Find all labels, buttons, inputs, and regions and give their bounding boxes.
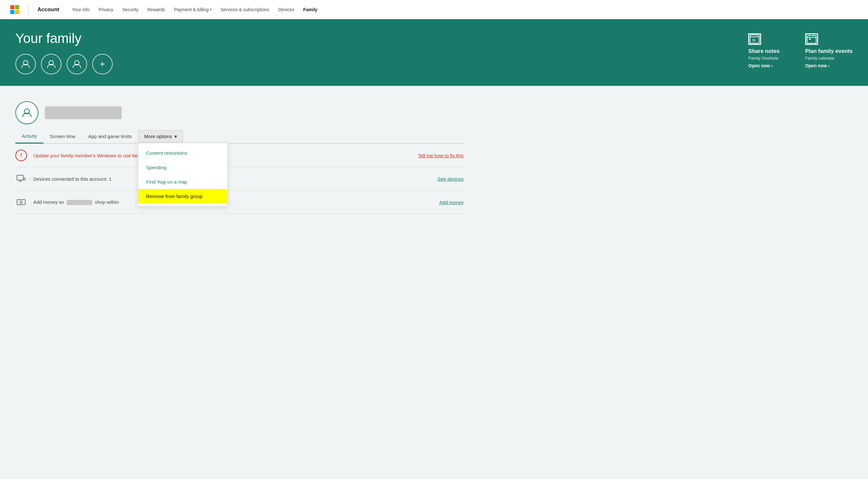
svg-rect-3	[15, 10, 19, 14]
more-options-dropdown: Content restrictions Spending Find Yogi …	[138, 143, 228, 206]
add-money-name-placeholder	[67, 200, 92, 205]
microsoft-logo-area: Account	[10, 5, 62, 14]
member-section: Activity Screen time App and game limits…	[16, 101, 464, 214]
info-rows: ! Update your family member's Windows to…	[16, 144, 464, 214]
dropdown-remove-family[interactable]: Remove from family group	[138, 189, 227, 204]
hero-title: Your family	[16, 31, 748, 46]
add-family-member-button[interactable]: +	[92, 54, 113, 74]
member-header	[16, 101, 464, 124]
tab-screen-time[interactable]: Screen time	[43, 130, 82, 143]
hero-avatars: +	[16, 54, 748, 74]
more-options-wrapper: More options ▾ Content restrictions Spen…	[138, 130, 183, 143]
svg-rect-1	[15, 5, 19, 9]
device-icon	[16, 173, 27, 184]
warning-icon: !	[16, 150, 27, 161]
nav-link-privacy[interactable]: Privacy	[95, 4, 117, 15]
plan-events-feature[interactable]: Plan family events Family calendar Open …	[805, 33, 852, 68]
nav-link-rewards[interactable]: Rewards	[144, 4, 169, 15]
dropdown-spending[interactable]: Spending	[138, 160, 227, 175]
member-avatar-icon	[21, 107, 33, 119]
top-navigation: Account Your info Privacy Security Rewar…	[0, 0, 868, 19]
microsoft-logo-icon	[10, 5, 19, 14]
plan-events-title: Plan family events	[805, 48, 852, 55]
svg-rect-2	[10, 10, 14, 14]
svg-rect-20	[24, 178, 25, 180]
add-icon: +	[100, 59, 105, 69]
hero-avatar-3[interactable]	[67, 54, 87, 74]
plan-events-link[interactable]: Open now ›	[805, 63, 852, 68]
add-money-link[interactable]: Add money	[439, 200, 464, 205]
svg-text:N: N	[752, 38, 755, 42]
more-options-button[interactable]: More options ▾	[138, 130, 183, 143]
avatar-person-icon-1	[21, 59, 31, 69]
nav-links: Your info Privacy Security Rewards Payme…	[68, 4, 321, 15]
nav-link-devices[interactable]: Devices	[274, 4, 298, 15]
dropdown-content-restrictions[interactable]: Content restrictions	[138, 146, 227, 160]
plan-events-subtitle: Family calendar	[805, 56, 852, 61]
tab-activity[interactable]: Activity	[16, 129, 43, 144]
add-money-text: Add money so shop within	[33, 199, 433, 205]
share-notes-title: Share notes	[748, 48, 779, 55]
hero-features: N Share notes Family OneNote Open now › …	[748, 31, 852, 68]
add-money-row: $ Add money so shop within Add money	[16, 191, 464, 214]
nav-divider	[28, 5, 29, 14]
avatar-person-icon-3	[72, 59, 82, 69]
share-notes-feature[interactable]: N Share notes Family OneNote Open now ›	[748, 33, 779, 68]
nav-link-services-subscriptions[interactable]: Services & subscriptions	[217, 4, 273, 15]
hero-avatar-2[interactable]	[41, 54, 61, 74]
money-icon: $	[16, 197, 27, 208]
more-options-chevron-icon: ▾	[175, 133, 177, 139]
more-options-label: More options	[144, 133, 172, 139]
avatar-person-icon-2	[46, 59, 56, 69]
hero-banner: Your family +	[0, 19, 868, 86]
calendar-icon	[805, 33, 818, 45]
svg-rect-0	[10, 5, 14, 9]
hero-left-section: Your family +	[16, 31, 748, 74]
svg-rect-14	[809, 38, 811, 40]
tab-app-game-limits[interactable]: App and game limits	[82, 130, 138, 143]
onenote-icon: N	[748, 33, 761, 45]
svg-rect-16	[17, 175, 23, 180]
main-content: Activity Screen time App and game limits…	[0, 86, 868, 278]
member-tabs: Activity Screen time App and game limits…	[16, 129, 464, 144]
payment-billing-chevron-icon: ▾	[210, 8, 212, 11]
nav-link-payment-billing[interactable]: Payment & billing ▾	[170, 4, 215, 15]
svg-text:$: $	[20, 201, 22, 204]
member-name-placeholder	[45, 107, 122, 119]
devices-row: Devices connected to this account: 1 See…	[16, 167, 464, 191]
share-notes-link[interactable]: Open now ›	[748, 63, 779, 68]
see-devices-link[interactable]: See devices	[437, 176, 464, 182]
nav-link-family[interactable]: Family	[299, 4, 321, 15]
share-notes-subtitle: Family OneNote	[748, 56, 779, 61]
update-windows-row: ! Update your family member's Windows to…	[16, 144, 464, 167]
account-label: Account	[37, 6, 59, 13]
dropdown-find-on-map[interactable]: Find Yogi on a map	[138, 175, 227, 189]
nav-link-security[interactable]: Security	[119, 4, 143, 15]
svg-rect-10	[807, 36, 816, 43]
member-avatar	[16, 101, 38, 124]
hero-avatar-1[interactable]	[16, 54, 36, 74]
devices-text: Devices connected to this account: 1	[33, 176, 431, 182]
nav-link-your-info[interactable]: Your info	[68, 4, 93, 15]
tell-me-how-link[interactable]: Tell me how to fix this	[418, 153, 464, 158]
